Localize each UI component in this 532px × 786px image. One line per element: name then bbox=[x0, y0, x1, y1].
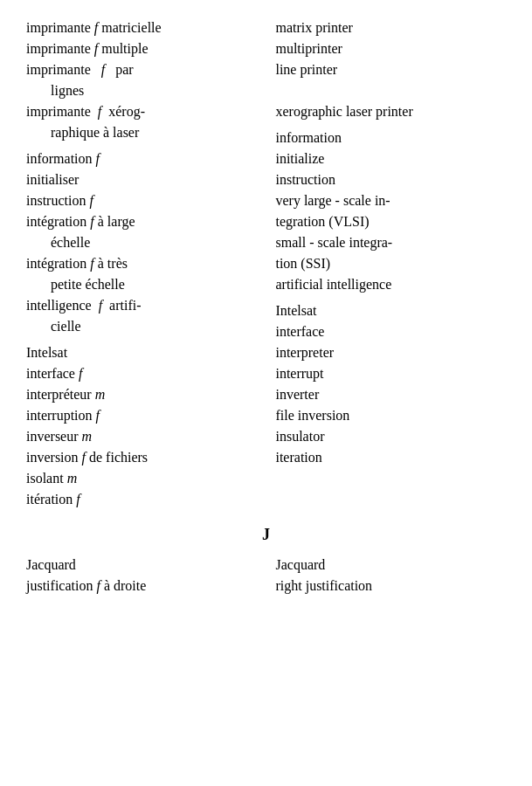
section-j-header: J bbox=[26, 510, 506, 555]
entry-artificial-intelligence: artificial intelligence bbox=[275, 274, 506, 295]
section-j-french: Jacquard justification f à droite bbox=[26, 555, 275, 596]
main-entries: imprimante f matricielle imprimante f mu… bbox=[26, 17, 506, 510]
section-j-entries: Jacquard justification f à droite Jacqua… bbox=[26, 555, 506, 596]
entry-interpreter: interpreter bbox=[275, 342, 506, 363]
entry-xerographic: xerographic laser printer bbox=[275, 101, 506, 122]
entry-vlsi: very large - scale in- tegration (VLSI) bbox=[275, 190, 506, 232]
section-j-english: Jacquard right justification bbox=[275, 555, 506, 596]
entry-interruption: interruption f bbox=[26, 405, 268, 426]
entry-iteration-en: iteration bbox=[275, 447, 506, 468]
entry-inverter: inverter bbox=[275, 384, 506, 405]
entry-intelligence: intelligence f artifi- cielle bbox=[26, 295, 268, 337]
entry-inverseur: inverseur m bbox=[26, 426, 268, 447]
entry-intelsat: Intelsat bbox=[26, 342, 268, 363]
entry-ssi: small - scale integra- tion (SSI) bbox=[275, 232, 506, 274]
entry-imprimante-lignes: imprimante f par lignes bbox=[26, 59, 268, 101]
entry-justification-fr: justification f à droite bbox=[26, 576, 268, 596]
french-column: imprimante f matricielle imprimante f mu… bbox=[26, 17, 275, 510]
entry-interrupt: interrupt bbox=[275, 363, 506, 384]
entry-line-printer: line printer bbox=[275, 59, 506, 101]
entry-information-en: information bbox=[275, 128, 506, 148]
entry-interface: interface f bbox=[26, 363, 268, 384]
entry-instruction: instruction f bbox=[26, 190, 268, 211]
entry-imprimante-matricielle: imprimante f matricielle bbox=[26, 17, 268, 38]
entry-isolant: isolant m bbox=[26, 468, 268, 489]
entry-matrix-printer: matrix printer bbox=[275, 17, 506, 38]
entry-interpreteur: interpréteur m bbox=[26, 384, 268, 405]
entry-initialiser: initialiser bbox=[26, 169, 268, 190]
entry-intelsat-en: Intelsat bbox=[275, 300, 506, 321]
entry-inversion: inversion f de fichiers bbox=[26, 447, 268, 468]
english-column: matrix printer multiprinter line printer… bbox=[275, 17, 506, 510]
entry-imprimante-xerog: imprimante f xérog- raphique à laser bbox=[26, 101, 268, 143]
entry-imprimante-multiple: imprimante f multiple bbox=[26, 38, 268, 59]
entry-insulator: insulator bbox=[275, 426, 506, 447]
entry-jacquard-fr: Jacquard bbox=[26, 555, 268, 576]
entry-interface-en: interface bbox=[275, 321, 506, 342]
entry-jacquard-en: Jacquard bbox=[275, 555, 506, 576]
entry-iteration: itération f bbox=[26, 489, 268, 510]
entry-multiprinter: multiprinter bbox=[275, 38, 506, 59]
entry-initialize: initialize bbox=[275, 148, 506, 169]
entry-instruction-en: instruction bbox=[275, 169, 506, 190]
entry-integration-large: intégration f à large échelle bbox=[26, 211, 268, 253]
entry-integration-tres: intégration f à très petite échelle bbox=[26, 253, 268, 295]
entry-file-inversion: file inversion bbox=[275, 405, 506, 426]
entry-information: information f bbox=[26, 148, 268, 169]
dictionary-page: imprimante f matricielle imprimante f mu… bbox=[26, 17, 506, 596]
entry-right-justification: right justification bbox=[275, 576, 506, 596]
